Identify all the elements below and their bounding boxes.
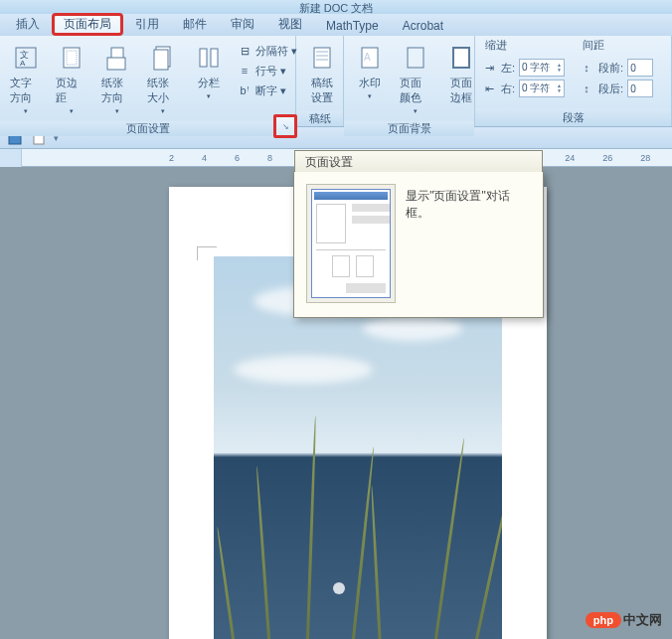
svg-rect-9 bbox=[200, 49, 207, 67]
orientation-icon bbox=[101, 42, 133, 74]
hyphenation-label: 断字 bbox=[255, 83, 277, 98]
page-setup-launcher[interactable]: ↘ bbox=[273, 114, 297, 138]
size-label: 纸张大小 bbox=[147, 76, 179, 105]
size-icon bbox=[147, 42, 179, 74]
svg-rect-6 bbox=[107, 58, 125, 70]
page-color-icon bbox=[400, 42, 431, 74]
indent-header: 缩进 bbox=[481, 36, 565, 53]
ribbon-tabs: 插入 页面布局 引用 邮件 审阅 视图 MathType Acrobat bbox=[0, 14, 672, 36]
paragraph-group-label: 段落 bbox=[475, 108, 671, 126]
svg-rect-11 bbox=[314, 48, 330, 68]
indent-left-label: 左: bbox=[501, 61, 515, 76]
line-numbers-button[interactable]: ≡行号 ▾ bbox=[235, 62, 299, 80]
watermark-button[interactable]: A 水印▾ bbox=[350, 40, 390, 102]
svg-rect-17 bbox=[408, 48, 423, 68]
ribbon: 文A 文字方向▾ 页边距▾ 纸张方向▾ 纸张大小▾ 分栏▾ ⊟分隔符 ▾ ≡ bbox=[0, 36, 672, 127]
margins-icon bbox=[56, 42, 87, 74]
breaks-label: 分隔符 bbox=[255, 44, 288, 59]
group-background: A 水印▾ 页面颜色▾ 页面 边框 页面背景 bbox=[344, 36, 475, 126]
paper-icon bbox=[306, 42, 338, 74]
size-button[interactable]: 纸张大小▾ bbox=[143, 40, 183, 117]
tab-view[interactable]: 视图 bbox=[266, 13, 314, 36]
paper-group-label: 稿纸 bbox=[296, 111, 343, 126]
indent-left-input[interactable]: 0 字符▲▼ bbox=[519, 59, 565, 77]
background-group-label: 页面背景 bbox=[344, 121, 474, 136]
group-paragraph: 缩进 ⇥ 左: 0 字符▲▼ ⇤ 右: 0 字符▲▼ 间距 ↕ 段前: 0 ↕ … bbox=[475, 36, 672, 126]
columns-icon bbox=[193, 42, 225, 74]
orientation-label: 纸张方向 bbox=[101, 76, 133, 105]
svg-rect-10 bbox=[211, 49, 218, 67]
svg-rect-8 bbox=[154, 50, 168, 70]
margins-label: 页边距 bbox=[56, 76, 87, 105]
tab-references[interactable]: 引用 bbox=[123, 13, 171, 36]
text-direction-label: 文字方向 bbox=[10, 76, 42, 105]
watermark-badge: php bbox=[586, 612, 621, 628]
text-direction-icon: 文A bbox=[10, 42, 42, 74]
columns-button[interactable]: 分栏▾ bbox=[189, 40, 229, 102]
tab-insert[interactable]: 插入 bbox=[4, 13, 52, 36]
indent-right-input[interactable]: 0 字符▲▼ bbox=[519, 80, 565, 97]
page-borders-label: 页面 边框 bbox=[450, 76, 472, 105]
ruler-corner bbox=[0, 149, 22, 167]
spacing-before-icon: ↕ bbox=[579, 60, 594, 76]
page-setup-tooltip: 页面设置 显示"页面设置"对话框。 bbox=[293, 171, 544, 318]
orientation-button[interactable]: 纸张方向▾ bbox=[97, 40, 137, 117]
text-direction-button[interactable]: 文A 文字方向▾ bbox=[6, 40, 46, 117]
page-borders-icon bbox=[445, 42, 477, 74]
group-page-setup: 文A 文字方向▾ 页边距▾ 纸张方向▾ 纸张大小▾ 分栏▾ ⊟分隔符 ▾ ≡ bbox=[0, 36, 296, 126]
margins-button[interactable]: 页边距▾ bbox=[52, 40, 91, 117]
line-numbers-label: 行号 bbox=[255, 64, 277, 79]
paper-settings-label: 稿纸 设置 bbox=[311, 76, 333, 105]
watermark-icon: A bbox=[354, 42, 386, 74]
page-color-button[interactable]: 页面颜色▾ bbox=[396, 40, 435, 117]
indent-right-icon: ⇤ bbox=[481, 80, 497, 96]
page-color-label: 页面颜色 bbox=[400, 76, 431, 105]
site-watermark: php 中文网 bbox=[586, 611, 662, 629]
spacing-after-icon: ↕ bbox=[579, 80, 594, 96]
hyphenation-button[interactable]: bꜝ断字 ▾ bbox=[235, 81, 299, 99]
ruler-mark: 26 bbox=[602, 153, 612, 163]
breaks-button[interactable]: ⊟分隔符 ▾ bbox=[235, 42, 299, 60]
svg-text:A: A bbox=[364, 52, 371, 63]
tooltip-description: 显示"页面设置"对话框。 bbox=[406, 184, 531, 305]
spacing-after-input[interactable]: 0 bbox=[627, 80, 653, 97]
tab-acrobat[interactable]: Acrobat bbox=[391, 16, 455, 36]
paper-settings-button[interactable]: 稿纸 设置 bbox=[302, 40, 342, 107]
hyphenation-icon: bꜝ bbox=[237, 82, 252, 98]
svg-text:A: A bbox=[20, 59, 26, 68]
ruler-mark: 24 bbox=[565, 153, 575, 163]
spacing-before-label: 段前: bbox=[598, 61, 623, 76]
watermark-text: 中文网 bbox=[623, 611, 662, 629]
page-setup-group-label: 页面设置 bbox=[126, 121, 170, 136]
tooltip-thumbnail bbox=[306, 184, 396, 303]
line-numbers-icon: ≡ bbox=[237, 63, 252, 79]
ruler-mark: 6 bbox=[235, 153, 240, 163]
columns-label: 分栏 bbox=[198, 76, 220, 90]
spacing-header: 间距 bbox=[579, 36, 653, 53]
spacing-after-label: 段后: bbox=[598, 81, 623, 96]
indent-right-label: 右: bbox=[501, 81, 515, 96]
tab-page-layout[interactable]: 页面布局 bbox=[52, 13, 123, 36]
indent-left-icon: ⇥ bbox=[481, 60, 497, 76]
ruler-mark: 28 bbox=[640, 153, 650, 163]
tooltip-title: 页面设置 bbox=[294, 150, 543, 172]
group-paper: 稿纸 设置 稿纸 bbox=[296, 36, 344, 126]
title-bar: 新建 DOC 文档 bbox=[0, 0, 672, 14]
tab-mathtype[interactable]: MathType bbox=[314, 16, 391, 36]
watermark-label: 水印 bbox=[359, 76, 381, 90]
ruler-mark: 2 bbox=[169, 153, 174, 163]
tab-mailings[interactable]: 邮件 bbox=[171, 13, 219, 36]
breaks-icon: ⊟ bbox=[237, 43, 252, 59]
ruler-mark: 8 bbox=[267, 153, 272, 163]
ruler-mark: 4 bbox=[202, 153, 207, 163]
svg-rect-18 bbox=[453, 48, 469, 68]
tab-review[interactable]: 审阅 bbox=[219, 13, 266, 36]
spacing-before-input[interactable]: 0 bbox=[627, 59, 653, 77]
